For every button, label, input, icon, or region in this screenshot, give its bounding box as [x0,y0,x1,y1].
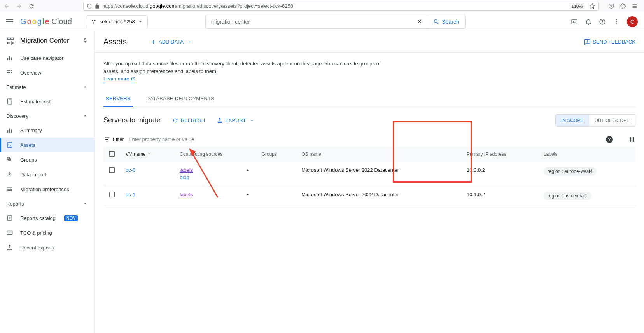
search-input[interactable]: migration center [206,19,413,25]
out-of-scope-button[interactable]: OUT OF SCOPE [589,115,635,126]
more-vert-icon[interactable] [613,18,620,25]
avatar[interactable]: C [627,16,638,27]
assets-table: VM name↑ Contributing sources Groups OS … [103,147,635,206]
ip-cell: 10.0.0.2 [461,162,538,186]
filter-help-icon[interactable]: ? [606,136,613,143]
sidebar-item-label: Assets [20,142,35,148]
sidebar-item-label: Summary [20,127,42,133]
sidebar-section-estimate[interactable]: Estimate [0,80,94,94]
sidebar-item-overview[interactable]: Overview [0,65,94,80]
bar-chart-icon [6,54,13,61]
sidebar-section-discovery[interactable]: Discovery [0,109,94,123]
cloud-shell-icon[interactable] [571,18,578,25]
col-labels[interactable]: Labels [538,147,635,162]
col-os[interactable]: OS name [296,147,461,162]
source-link[interactable]: labels [180,192,193,197]
chevron-down-icon [187,40,192,44]
pin-icon[interactable] [82,38,88,44]
collapse-icon[interactable] [245,167,251,173]
refresh-button[interactable]: REFRESH [172,117,205,124]
export-button[interactable]: EXPORT [217,117,254,124]
col-vm-name[interactable]: VM name↑ [120,147,174,162]
learn-more-link[interactable]: Learn more [103,75,135,83]
svg-point-15 [9,189,9,190]
expand-icon[interactable] [245,192,251,198]
source-link[interactable]: blog [180,174,250,180]
ip-cell: 10.1.0.2 [461,186,538,206]
sidebar: Migration Center Use case navigator Over… [0,31,95,333]
row-checkbox[interactable] [109,167,115,173]
col-groups[interactable]: Groups [256,147,296,162]
help-icon[interactable] [599,18,606,25]
col-ip[interactable]: Primary IP address [461,147,538,162]
sidebar-item-label: Overview [20,70,41,76]
google-cloud-logo[interactable]: Google Cloud [20,17,72,26]
sidebar-item-estimate-cost[interactable]: Estimate cost [0,94,94,109]
sort-asc-icon: ↑ [148,152,150,157]
col-sources[interactable]: Contributing sources [174,147,256,162]
browser-menu-icon[interactable] [632,3,638,9]
send-feedback-button[interactable]: SEND FEEDBACK [584,39,635,45]
os-cell: Microsoft Windows Server 2022 Datacenter [296,186,461,206]
tab-servers[interactable]: SERVERS [103,91,133,107]
sidebar-item-summary[interactable]: Summary [0,123,94,138]
bookmark-star-icon[interactable] [589,3,595,9]
assets-icon [6,141,13,148]
zoom-badge[interactable]: 110% [570,3,584,9]
back-icon[interactable] [3,3,10,10]
source-link[interactable]: labels [180,167,193,173]
page-title: Assets [103,37,127,46]
forward-icon[interactable] [16,3,23,10]
search-button[interactable]: Search [427,15,465,28]
url-bar[interactable]: https://console.cloud.google.com/migrati… [83,2,599,11]
scope-toggle: IN SCOPE OUT OF SCOPE [555,114,635,127]
tabs: SERVERS DATABASE DEPLOYMENTS [103,91,635,107]
plus-icon [150,39,156,45]
feedback-icon [584,39,590,45]
sidebar-item-label: Reports catalog [20,215,56,221]
clear-icon[interactable]: ✕ [412,18,427,25]
sidebar-item-recent-exports[interactable]: Recent exports [0,240,94,255]
svg-point-10 [9,144,9,145]
sidebar-item-label: TCO & pricing [20,230,52,236]
menu-icon[interactable] [6,19,13,24]
sidebar-section-reports[interactable]: Reports [0,197,94,211]
groups-icon [6,156,13,163]
sidebar-item-label: Migration preferences [20,187,69,192]
intro-text: After you upload data source files or ru… [95,53,390,83]
select-all-checkbox[interactable] [109,151,115,157]
add-data-button[interactable]: ADD DATA [150,39,192,45]
reload-icon[interactable] [28,3,35,10]
tab-database-deployments[interactable]: DATABASE DEPLOYMENTS [144,91,217,107]
sidebar-item-data-import[interactable]: Data import [0,167,94,182]
bar-chart-icon [6,127,13,134]
filter-input[interactable]: Enter property name or value [129,136,194,142]
sidebar-item-label: Use case navigator [20,55,63,61]
sidebar-item-use-case-navigator[interactable]: Use case navigator [0,51,94,65]
sidebar-item-tco-pricing[interactable]: TCO & pricing [0,225,94,240]
sidebar-item-assets[interactable]: Assets [0,138,94,152]
search-icon [433,19,439,25]
url-text: https://console.cloud.google.com/migrati… [102,3,567,9]
svg-rect-18 [7,231,12,235]
chevron-down-icon [138,19,143,24]
svg-rect-17 [8,216,12,220]
chevron-up-icon [82,113,88,119]
svg-point-0 [92,20,93,21]
svg-rect-3 [572,19,577,24]
vm-link[interactable]: dc-0 [126,167,135,173]
notifications-icon[interactable] [585,18,592,25]
filter-row: Filter Enter property name or value ? [95,132,644,147]
columns-icon[interactable] [628,136,635,143]
calculator-icon [6,98,13,105]
extensions-icon[interactable] [620,3,626,9]
pocket-icon[interactable] [608,3,614,9]
project-selector[interactable]: select-tick-6258 [86,15,148,28]
svg-point-16 [11,190,12,191]
row-checkbox[interactable] [109,192,115,197]
sidebar-item-reports-catalog[interactable]: Reports catalog NEW [0,211,94,225]
in-scope-button[interactable]: IN SCOPE [556,115,589,126]
sidebar-item-migration-preferences[interactable]: Migration preferences [0,182,94,197]
vm-link[interactable]: dc-1 [126,192,135,197]
sidebar-item-groups[interactable]: Groups [0,152,94,167]
